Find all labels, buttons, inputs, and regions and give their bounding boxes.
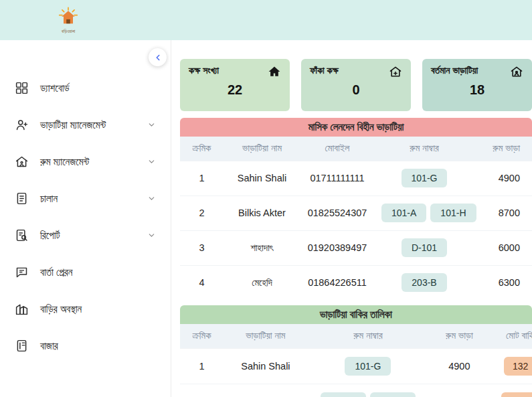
column-header: মোবাইল [300, 137, 374, 161]
chevron-down-icon [147, 121, 156, 129]
room-number-badge: D-101 [402, 238, 447, 257]
stat-label: কক্ষ সংখ্যা [189, 65, 219, 76]
sidebar-item-label: বাড়ির অবস্থান [40, 303, 82, 315]
mobile-cell: 01920389497 [300, 230, 374, 265]
room-number-cell: 101-G [308, 348, 429, 384]
sidebar-item-label: চালান [40, 193, 58, 205]
due-amount-badge: 7700 [501, 392, 532, 397]
no-transaction-table: মাসিক লেনদেন বিহীন ভাড়াটিয়া ক্রমিক ভাড… [180, 118, 532, 300]
column-header: রুম ভাড়া [428, 324, 490, 348]
app-logo[interactable]: বাড়িওয়ালা [56, 7, 80, 34]
sidebar-item-invoice[interactable]: চালান [0, 180, 171, 217]
table-row: 4মেহেদি01864226511203-B6300 [180, 265, 532, 300]
stat-card-current-tenants: বর্তমান ভাড়াটিয়া 18 [422, 59, 532, 111]
stat-card-empty-rooms: ফাঁকা কক্ষ 0 [301, 59, 411, 111]
stat-card-total-rooms: কক্ষ সংখ্যা 22 [180, 59, 290, 111]
logo-house-sun-icon [56, 7, 80, 28]
tenant-name-cell: Bilkis Akter [224, 195, 300, 230]
serial-cell: 4 [180, 265, 224, 300]
tenant-name-cell: Bilkis Akter [224, 384, 307, 397]
column-header: ক্রমিক [180, 137, 224, 161]
dues-table: ভাড়াটিয়া বাকির তালিকা ক্রমিক ভাড়াটিয়… [180, 305, 532, 397]
logo-text: বাড়িওয়ালা [62, 29, 76, 34]
rent-cell: 8700 [474, 195, 532, 230]
room-number-badge: 101-H [430, 204, 476, 222]
column-header: ভাড়াটিয়া নাম [224, 137, 300, 161]
serial-cell: 2 [180, 384, 224, 397]
buildings-icon [15, 302, 29, 316]
column-header: মোট বাকি [490, 324, 532, 348]
stat-value: 0 [310, 82, 402, 98]
column-header: রুম ভাড়া [474, 137, 532, 161]
sidebar-item-tenant-management[interactable]: ভাড়াটিয়া ম্যানেজমেন্ট [0, 106, 171, 143]
serial-cell: 2 [180, 195, 224, 230]
report-icon [15, 228, 29, 242]
sidebar-collapse-button[interactable] [149, 48, 167, 66]
sidebar-item-label: বার্তা প্রেরন [40, 266, 72, 279]
no-transaction-table-title: মাসিক লেনদেন বিহীন ভাড়াটিয়া [180, 118, 532, 137]
due-cell: 132 [490, 348, 532, 384]
sidebar-item-room-management[interactable]: রুম ম্যানেজমেন্ট [0, 143, 171, 180]
dues-table-title: ভাড়াটিয়া বাকির তালিকা [180, 305, 532, 324]
serial-cell: 3 [180, 230, 224, 265]
table-header-row: ক্রমিক ভাড়াটিয়া নাম রুম নাম্বার রুম ভা… [180, 324, 532, 348]
message-icon [15, 265, 29, 279]
tenant-icon [15, 118, 29, 132]
sidebar-item-label: বাজার [40, 340, 58, 352]
rent-cell: 6300 [474, 265, 532, 300]
stat-label: বর্তমান ভাড়াটিয়া [431, 65, 478, 76]
sidebar-item-house-location[interactable]: বাড়ির অবস্থান [0, 291, 171, 327]
column-header: রুম নাম্বার [374, 137, 474, 161]
rent-cell: 4900 [474, 161, 532, 195]
serial-cell: 1 [180, 161, 224, 195]
room-number-badge: 101-A [321, 392, 365, 397]
top-bar: বাড়িওয়ালা [0, 0, 532, 40]
room-number-cell: 101-G [374, 161, 474, 195]
sidebar-item-label: ভাড়াটিয়া ম্যানেজমেন্ট [40, 119, 106, 131]
column-header: ক্রমিক [180, 324, 224, 348]
stats-row: কক্ষ সংখ্যা 22 ফাঁকা কক্ষ 0 [180, 59, 532, 111]
stat-label: ফাঁকা কক্ষ [310, 65, 339, 76]
room-number-badge: 101-A [381, 204, 426, 222]
table-header-row: ক্রমিক ভাড়াটিয়া নাম মোবাইল রুম নাম্বার… [180, 137, 532, 161]
main-content: কক্ষ সংখ্যা 22 ফাঁকা কক্ষ 0 [171, 40, 532, 397]
sidebar-item-send-message[interactable]: বার্তা প্রেরন [0, 254, 171, 291]
room-number-cell: 101-A101-H [308, 384, 429, 397]
room-number-badge: 101-H [370, 392, 416, 397]
sidebar-item-label: ড্যাশবোর্ড [40, 82, 70, 94]
column-header: রুম নাম্বার [308, 324, 429, 348]
room-number-cell: D-101 [374, 230, 474, 265]
room-number-badge: 101-G [345, 357, 391, 376]
home-plus-icon [389, 65, 402, 78]
serial-cell: 1 [180, 348, 224, 384]
tenant-name-cell: শাহাদাৎ [224, 230, 300, 265]
sidebar-item-report[interactable]: রিপোর্ট [0, 217, 171, 254]
rent-cell: 8700 [428, 384, 490, 397]
chevron-down-icon [147, 231, 156, 240]
market-icon [15, 339, 29, 353]
due-cell: 7700 [490, 384, 532, 397]
chevron-left-icon [153, 53, 163, 62]
home-user-icon [510, 65, 523, 78]
room-number-badge: 101-G [402, 169, 448, 187]
sidebar-item-dashboard[interactable]: ড্যাশবোর্ড [0, 70, 171, 106]
tenant-name-cell: Sahin Shali [224, 348, 307, 384]
mobile-cell: 01711111111 [300, 161, 374, 195]
table-row: 1Sahin Shali101-G4900132 [180, 348, 532, 384]
home-icon [268, 65, 281, 78]
sidebar-item-market[interactable]: বাজার [0, 327, 171, 364]
dashboard-icon [15, 81, 29, 95]
table-row: 2Bilkis Akter101-A101-H87007700 [180, 384, 532, 397]
tenant-name-cell: Sahin Shali [224, 161, 300, 195]
room-number-cell: 101-A101-H [374, 195, 474, 230]
table-row: 2Bilkis Akter01825524307101-A101-H8700 [180, 195, 532, 230]
sidebar: ড্যাশবোর্ড ভাড়াটিয়া ম্যানেজমেন্ট রুম ম… [0, 40, 171, 397]
table-row: 3শাহাদাৎ01920389497D-1016000 [180, 230, 532, 265]
invoice-icon [15, 191, 29, 206]
room-number-cell: 203-B [374, 265, 474, 300]
table-row: 1Sahin Shali01711111111101-G4900 [180, 161, 532, 195]
sidebar-item-label: রুম ম্যানেজমেন্ট [40, 156, 89, 168]
rent-cell: 6000 [474, 230, 532, 265]
chevron-down-icon [147, 157, 156, 166]
stat-value: 22 [189, 82, 281, 98]
